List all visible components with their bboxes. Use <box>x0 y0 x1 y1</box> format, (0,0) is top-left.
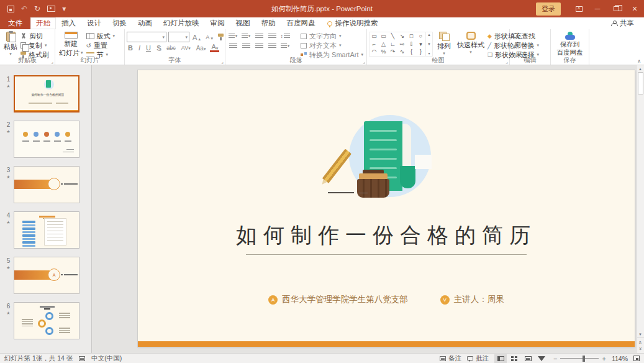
shape-icon[interactable]: ⇩ <box>407 40 416 48</box>
underline-button[interactable]: U <box>145 44 152 52</box>
scroll-down-icon[interactable]: ▼ <box>427 42 431 46</box>
shape-icon[interactable]: ∿ <box>397 48 407 56</box>
resume-illustration[interactable] <box>324 111 442 203</box>
shape-icon[interactable]: ⇨ <box>397 40 407 48</box>
scroll-down-icon[interactable]: ▼ <box>638 333 642 336</box>
strikethrough-button[interactable]: abc <box>165 45 177 51</box>
quick-styles-button[interactable]: 快速样式 ▾ <box>455 30 486 57</box>
tab-slideshow[interactable]: 幻灯片放映 <box>158 17 205 29</box>
scroll-up-icon[interactable]: ▲ <box>638 67 642 71</box>
notes-button[interactable]: 备注 <box>440 354 461 363</box>
tellme-search[interactable]: 操作说明搜索 <box>321 17 384 29</box>
increase-indent-button[interactable] <box>266 32 278 40</box>
slide-thumbnail-5[interactable]: A <box>14 257 79 294</box>
slide-thumbnail-4[interactable] <box>14 211 79 249</box>
shape-icon[interactable]: { <box>407 48 416 56</box>
scrollbar-thumb[interactable] <box>638 72 643 94</box>
undo-icon[interactable]: ↶ <box>21 4 27 13</box>
zoom-slider-thumb[interactable] <box>583 356 585 362</box>
zoom-out-button[interactable]: − <box>553 355 557 362</box>
vertical-scrollbar[interactable]: ▲ ▼ « « <box>636 65 644 353</box>
dialog-launcher-icon[interactable]: ⌟ <box>221 59 224 65</box>
text-direction-button[interactable]: 文字方向▾ <box>299 32 365 40</box>
font-name-combobox[interactable]: ▾ <box>127 32 166 42</box>
shape-icon[interactable]: ▭ <box>370 32 379 40</box>
ribbon-display-options-button[interactable] <box>569 0 588 17</box>
zoom-percentage[interactable]: 114% <box>612 355 628 362</box>
shape-icon[interactable]: ○ <box>416 32 425 40</box>
line-spacing-button[interactable]: ↕ <box>279 32 291 40</box>
text-shadow-button[interactable]: S <box>155 44 162 52</box>
slide-thumbnail-2[interactable] <box>14 121 79 158</box>
tab-review[interactable]: 审阅 <box>205 17 230 29</box>
collapse-ribbon-button[interactable]: ∧ <box>637 58 641 64</box>
shapes-gallery[interactable]: ▭ ▭ ╲ ↘ □ ○ ⌐ △ ∟ ⇨ ⇩ ▾ ◠ % ↷ <box>369 32 433 57</box>
fit-slide-to-window-button[interactable] <box>633 356 640 361</box>
comments-button[interactable]: 批注 <box>467 354 489 363</box>
layout-button[interactable]: 版式▾ <box>85 32 117 40</box>
font-color-button[interactable]: A▾ <box>210 44 219 52</box>
shape-icon[interactable]: ↘ <box>397 32 407 40</box>
bold-button[interactable]: B <box>127 44 134 52</box>
tab-view[interactable]: 视图 <box>230 17 256 29</box>
character-spacing-button[interactable]: AV▾ <box>180 45 192 51</box>
start-slideshow-icon[interactable] <box>47 6 55 12</box>
font-size-combobox[interactable]: ▾ <box>168 32 189 42</box>
tab-insert[interactable]: 插入 <box>56 17 81 29</box>
slide-thumbnail-6[interactable] <box>14 302 79 339</box>
clear-formatting-button[interactable] <box>217 34 225 40</box>
customize-qat-icon[interactable]: ▾ <box>62 4 66 13</box>
minimize-button[interactable]: ─ <box>588 0 607 17</box>
next-slide-button[interactable]: « <box>637 347 643 350</box>
align-text-button[interactable]: 对齐文本▾ <box>299 41 365 50</box>
slide-subtitle-row[interactable]: A 西华大学管理学院学生第八党支部 V 主讲人：周果 <box>138 294 635 305</box>
zoom-slider[interactable] <box>560 358 599 359</box>
slide-title[interactable]: 如何制作一份合格的简历 <box>138 221 635 250</box>
save-icon[interactable] <box>7 6 14 12</box>
dialog-launcher-icon[interactable]: ⌟ <box>506 59 508 65</box>
align-center-button[interactable] <box>240 42 252 50</box>
shape-icon[interactable]: ↷ <box>388 48 397 56</box>
tab-transitions[interactable]: 切换 <box>107 17 132 29</box>
decrease-font-size-button[interactable]: A▼ <box>204 34 215 40</box>
align-right-button[interactable] <box>253 42 265 50</box>
justify-button[interactable] <box>266 42 278 50</box>
shape-icon[interactable]: ∟ <box>388 40 397 48</box>
previous-slide-button[interactable]: « <box>637 341 643 344</box>
reading-view-button[interactable] <box>522 354 534 363</box>
bullets-button[interactable]: ▾ <box>227 32 238 40</box>
italic-button[interactable]: I <box>137 44 142 52</box>
scroll-up-icon[interactable]: ▲ <box>427 33 431 37</box>
change-case-button[interactable]: Aa▾ <box>195 45 207 52</box>
zoom-in-button[interactable]: + <box>602 355 605 362</box>
tab-home[interactable]: 开始 <box>30 17 56 29</box>
reset-button[interactable]: ↺重置 <box>85 41 117 50</box>
tab-help[interactable]: 帮助 <box>256 17 281 29</box>
share-button[interactable]: 共享 <box>611 17 644 29</box>
shape-icon[interactable]: ◠ <box>370 48 379 56</box>
save-to-baidu-button[interactable]: 保存到 百度网盘 <box>555 30 585 57</box>
shapes-gallery-scrollbar[interactable]: ▲ ▼ ▾ <box>425 32 432 56</box>
tab-baidu-netdisk[interactable]: 百度网盘 <box>281 17 321 29</box>
slide-thumbnail-3[interactable] <box>14 166 79 203</box>
paste-button[interactable]: 粘贴 ▾ <box>2 30 19 57</box>
shape-icon[interactable]: ╲ <box>388 32 397 40</box>
columns-button[interactable]: ▾ <box>279 42 291 50</box>
slide-sorter-view-button[interactable] <box>508 354 520 363</box>
increase-font-size-button[interactable]: A▲ <box>191 34 202 41</box>
redo-icon[interactable]: ↻ <box>34 4 40 13</box>
language-indicator[interactable]: 中文(中国) <box>91 354 122 363</box>
tab-file[interactable]: 文件 <box>0 17 30 29</box>
dialog-launcher-icon[interactable]: ⌟ <box>363 59 365 65</box>
numbering-button[interactable]: ▾ <box>240 32 252 40</box>
slide-thumbnail-1[interactable]: 如何制作一份合格的简历 <box>14 75 79 113</box>
shape-icon[interactable]: □ <box>407 32 416 40</box>
restore-button[interactable] <box>607 0 625 17</box>
dialog-launcher-icon[interactable]: ⌟ <box>51 59 53 65</box>
login-button[interactable]: 登录 <box>536 2 561 16</box>
shape-icon[interactable]: ▭ <box>379 32 388 40</box>
replace-button[interactable]: ⇄替换▾ <box>512 41 540 50</box>
gallery-more-icon[interactable]: ▾ <box>428 51 430 55</box>
close-button[interactable]: × <box>625 0 644 17</box>
align-left-button[interactable] <box>227 42 238 50</box>
